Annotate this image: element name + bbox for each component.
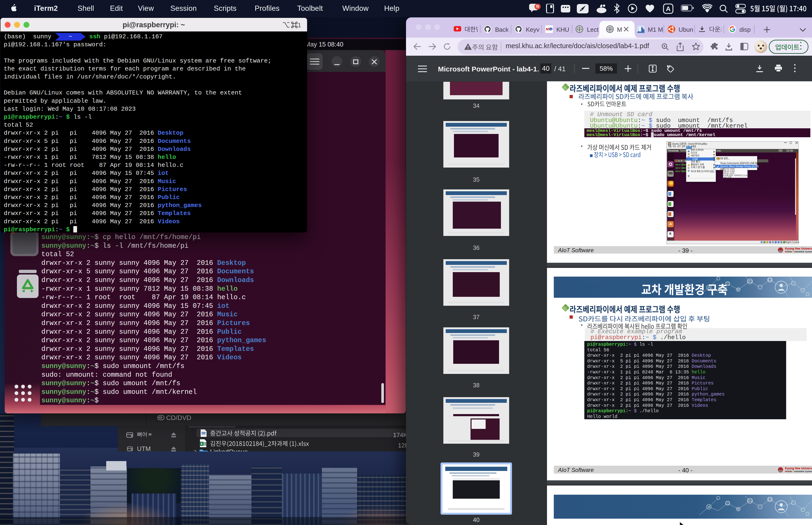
svg-text:N: N — [536, 4, 539, 9]
svg-text:A: A — [666, 5, 671, 13]
svg-text:X: X — [201, 442, 203, 446]
svg-text:1: 1 — [298, 21, 301, 28]
